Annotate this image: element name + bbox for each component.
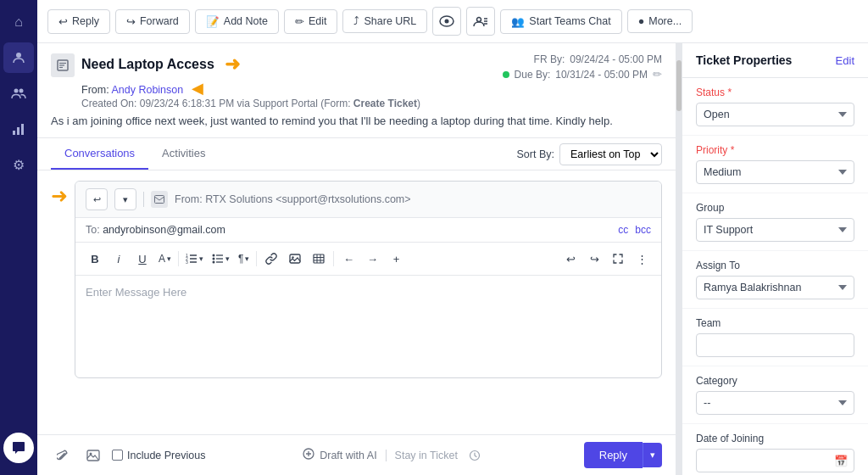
svg-point-25 <box>213 261 215 264</box>
redo-button[interactable]: ↪ <box>583 248 605 270</box>
start-teams-chat-button[interactable]: 👥 Start Teams Chat <box>500 9 621 34</box>
svg-point-0 <box>16 53 21 58</box>
person-icon[interactable] <box>3 42 34 73</box>
group-label: Group <box>696 202 854 214</box>
main-content: ↩ Reply ↪ Forward 📝 Add Note ✏ Edit ⤴ Sh… <box>37 0 868 475</box>
category-group: Category -- <box>682 366 868 424</box>
contacts-button[interactable] <box>466 7 495 36</box>
home-icon[interactable]: ⌂ <box>3 7 34 37</box>
font-size-button[interactable]: A ▾ <box>155 251 175 266</box>
toolbar: ↩ Reply ↪ Forward 📝 Add Note ✏ Edit ⤴ Sh… <box>37 0 868 43</box>
more-button[interactable]: ● More... <box>627 9 693 33</box>
reply-from-field: From: RTX Solutions <support@rtxsolution… <box>175 193 411 205</box>
ticket-header: Need Laptop Access ➜ From: Andy Robinson… <box>37 43 676 138</box>
team-input[interactable] <box>696 333 854 357</box>
svg-rect-5 <box>21 124 24 135</box>
chart-icon[interactable] <box>3 114 34 144</box>
svg-rect-4 <box>17 127 19 135</box>
from-link[interactable]: Andy Robinson <box>111 84 183 96</box>
svg-text:3: 3 <box>186 260 188 265</box>
unordered-list-button[interactable]: ▾ <box>209 252 233 265</box>
ticket-title: Need Laptop Access ➜ <box>81 53 420 75</box>
tab-activities[interactable]: Activities <box>148 138 219 170</box>
note-icon: 📝 <box>206 15 220 28</box>
group-group: Group IT Support <box>682 193 868 251</box>
stay-toggle-icon[interactable] <box>463 444 487 467</box>
sort-by-control: Sort By: Earliest on Top <box>517 143 662 165</box>
bcc-button[interactable]: bcc <box>635 224 651 236</box>
properties-edit-button[interactable]: Edit <box>836 54 854 67</box>
status-select[interactable]: Open <box>696 103 854 126</box>
ticket-detail: Need Laptop Access ➜ From: Andy Robinson… <box>37 43 676 475</box>
reply-footer: Include Previous Draft with AI Stay in T… <box>37 434 676 475</box>
tabs-bar: Conversations Activities Sort By: Earlie… <box>37 138 676 170</box>
category-select[interactable]: -- <box>696 391 854 415</box>
team-icon[interactable] <box>3 78 34 109</box>
watch-button[interactable] <box>432 7 461 36</box>
tab-conversations[interactable]: Conversations <box>51 138 148 170</box>
reply-box: ↩ ▾ From: RTX Solutions <support@rtxsolu… <box>75 181 662 378</box>
fullscreen-button[interactable] <box>607 248 629 270</box>
svg-point-7 <box>445 20 449 24</box>
link-button[interactable] <box>260 248 282 270</box>
reply-icon: ↩ <box>58 15 68 28</box>
reply-header: ↩ ▾ From: RTX Solutions <support@rtxsolu… <box>75 182 661 218</box>
date-of-joining-input[interactable] <box>696 449 854 472</box>
content-area: Need Laptop Access ➜ From: Andy Robinson… <box>37 43 868 475</box>
edit-button[interactable]: ✏ Edit <box>284 9 338 34</box>
underline-button[interactable]: U <box>131 248 153 270</box>
pencil-icon[interactable]: ✏ <box>653 68 662 81</box>
image-upload-icon[interactable] <box>81 444 105 467</box>
include-previous-control[interactable]: Include Previous <box>112 450 205 461</box>
sort-select[interactable]: Earliest on Top <box>559 143 662 165</box>
assign-to-select[interactable]: Ramya Balakrishnan <box>696 276 854 299</box>
editor-more-button[interactable]: ⋮ <box>631 248 653 270</box>
reply-send-button[interactable]: Reply <box>584 442 643 468</box>
settings-icon[interactable]: ⚙ <box>3 149 34 180</box>
priority-label: Priority * <box>696 144 854 156</box>
date-of-joining-group: Date of Joining 📅 <box>682 424 868 475</box>
add-note-button[interactable]: 📝 Add Note <box>195 9 279 34</box>
italic-button[interactable]: i <box>108 248 130 270</box>
undo-button[interactable]: ↩ <box>559 248 581 270</box>
properties-title: Ticket Properties <box>696 53 792 67</box>
annotation-arrow-3: ➜ <box>51 184 68 208</box>
ticket-type-icon <box>51 53 75 77</box>
arrow-left-button[interactable]: ← <box>337 248 359 270</box>
team-group: Team <box>682 309 868 366</box>
svg-point-23 <box>213 254 215 257</box>
group-select[interactable]: IT Support <box>696 218 854 242</box>
reply-back-button[interactable]: ↩ <box>86 188 108 210</box>
assign-to-label: Assign To <box>696 260 854 271</box>
priority-select[interactable]: Medium <box>696 160 854 184</box>
footer-center: Draft with AI Stay in Ticket <box>303 444 487 467</box>
svg-point-24 <box>213 258 215 260</box>
teams-icon: 👥 <box>511 15 525 28</box>
more-dots-icon: ● <box>638 15 645 27</box>
forward-button[interactable]: ↪ Forward <box>115 9 190 34</box>
date-input-wrap: 📅 <box>696 449 854 472</box>
ticket-meta: FR By: 09/24/24 - 05:00 PM Due By: 10/31… <box>503 53 662 81</box>
bold-button[interactable]: B <box>84 248 106 270</box>
more-format-button[interactable]: + <box>385 248 407 270</box>
ticket-from: From: Andy Robinson ◀ <box>81 79 420 98</box>
reply-dropdown-button[interactable]: ▾ <box>114 188 136 210</box>
svg-point-2 <box>19 89 24 93</box>
forward-icon: ↪ <box>126 15 136 28</box>
reply-button[interactable]: ↩ Reply <box>47 9 110 34</box>
chat-bubble-icon[interactable] <box>3 433 34 463</box>
team-label: Team <box>696 317 854 329</box>
annotation-arrow-2: ◀ <box>192 80 203 97</box>
editor-content[interactable]: Enter Message Here <box>75 276 661 377</box>
include-previous-checkbox[interactable] <box>112 450 123 461</box>
ordered-list-button[interactable]: 123 ▾ <box>182 252 207 265</box>
cc-button[interactable]: cc <box>618 224 628 236</box>
arrow-right-button[interactable]: → <box>361 248 383 270</box>
reply-dropdown-send-button[interactable]: ▾ <box>643 443 662 467</box>
table-button[interactable] <box>308 248 330 270</box>
attachment-icon[interactable] <box>51 444 75 467</box>
image-button[interactable] <box>284 248 306 270</box>
share-url-button[interactable]: ⤴ Share URL <box>342 9 427 33</box>
paragraph-button[interactable]: ¶ ▾ <box>235 251 253 266</box>
edit-icon: ✏ <box>295 15 304 28</box>
